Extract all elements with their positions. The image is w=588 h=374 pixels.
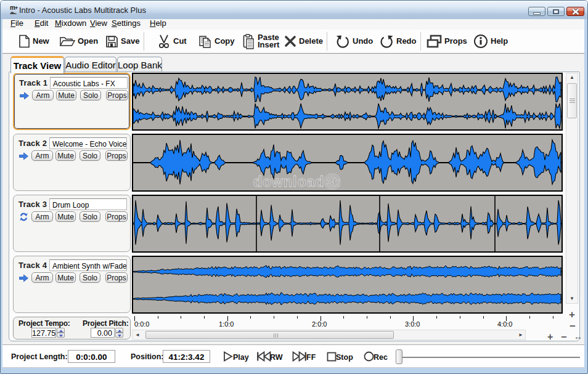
svg-text:+: + (15, 5, 18, 11)
svg-text:3k: 3k (327, 176, 340, 189)
svg-text:download: download (253, 174, 324, 190)
